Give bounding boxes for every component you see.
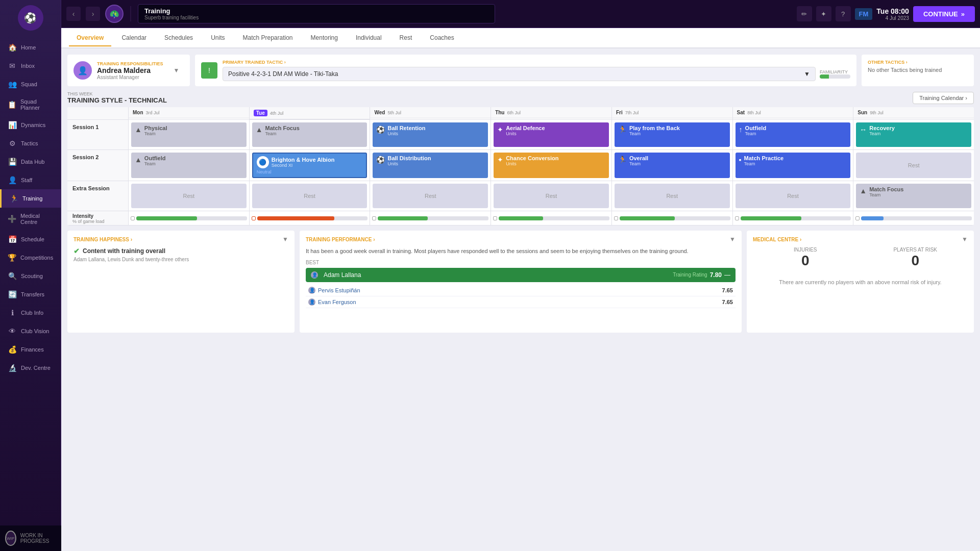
sidebar-item-club-vision[interactable]: 👁 Club Vision: [0, 322, 61, 340]
medical-collapse-icon[interactable]: ▼: [962, 236, 968, 243]
tab-match-preparation[interactable]: Match Preparation: [235, 30, 300, 46]
extra-rest-sat[interactable]: Rest: [736, 184, 851, 208]
sidebar-item-training[interactable]: 🏃 Training: [0, 189, 61, 208]
extra-rest-thu[interactable]: Rest: [494, 184, 609, 208]
session-block-ball-dist[interactable]: ⚽ Ball Distribution Units: [373, 153, 488, 178]
sidebar-item-squad[interactable]: 👥 Squad: [0, 75, 61, 93]
session-block-overall[interactable]: 🏃 Overall Team: [615, 153, 730, 178]
extra-mon[interactable]: Rest: [129, 181, 250, 211]
recovery-icon: ↔: [860, 126, 867, 134]
session2-tue[interactable]: 🔵 Brighton & Hove Albion Second XI Neutr…: [250, 150, 371, 181]
extra-rest-tue[interactable]: Rest: [252, 184, 368, 208]
session1-wed[interactable]: ⚽ Ball Retention Units: [370, 120, 491, 149]
extra-sun[interactable]: ▲ Match Focus Team: [853, 181, 974, 211]
tab-overview[interactable]: Overview: [69, 30, 111, 46]
sidebar-item-staff[interactable]: 👤 Staff: [0, 171, 61, 189]
intensity-fri: [612, 211, 733, 225]
session-block-chance-conv[interactable]: ✦ Chance Conversion Units: [494, 153, 609, 178]
session-block-play-from-back[interactable]: 🏃 Play from the Back Team: [615, 122, 730, 147]
risk-label: PLAYERS AT RISK: [863, 247, 968, 253]
session-block-match-focus[interactable]: ▲ Match Focus Team: [252, 122, 368, 147]
extra-thu[interactable]: Rest: [491, 181, 612, 211]
sidebar-item-transfers[interactable]: 🔄 Transfers: [0, 285, 61, 304]
player-row-2[interactable]: 👤 Evan Ferguson 7.65: [306, 296, 736, 308]
session2-mon[interactable]: ▲ Outfield Team: [129, 150, 250, 181]
performance-collapse-icon[interactable]: ▼: [729, 236, 736, 243]
tab-individual[interactable]: Individual: [348, 30, 389, 46]
day-highlight-tue: Tue: [254, 110, 267, 116]
outfield-mon-icon: ▲: [135, 156, 142, 164]
sidebar-item-dynamics[interactable]: 📊 Dynamics: [0, 116, 61, 134]
session-block-recovery[interactable]: ↔ Recovery Team: [856, 122, 971, 147]
training-calendar-button[interactable]: Training Calendar ›: [913, 92, 974, 104]
session2-wed[interactable]: ⚽ Ball Distribution Units: [370, 150, 491, 181]
top-performer-row[interactable]: 👤 Adam Lallana Training Rating 7.80 —: [306, 268, 736, 282]
sidebar-item-club-info[interactable]: ℹ Club Info: [0, 304, 61, 322]
session-block-physical[interactable]: ▲ Physical Team: [131, 122, 247, 147]
nav-forward-button[interactable]: ›: [86, 7, 100, 21]
medical-title[interactable]: MEDICAL CENTRE ›: [753, 237, 801, 242]
club-badge: 🦚: [105, 5, 124, 23]
player1-info: 👤 Pervis Estupiñán: [308, 287, 360, 294]
happiness-collapse-icon[interactable]: ▼: [282, 236, 288, 243]
session-block-match-focus-sun[interactable]: ▲ Match Focus Team: [856, 184, 971, 208]
player-row-1[interactable]: 👤 Pervis Estupiñán 7.65: [306, 285, 736, 296]
sidebar-item-medical[interactable]: ➕ Medical Centre: [0, 208, 61, 230]
search-bar[interactable]: Training Superb training facilities: [138, 4, 495, 23]
session2-thu[interactable]: ✦ Chance Conversion Units: [491, 150, 612, 181]
tab-schedules[interactable]: Schedules: [157, 30, 201, 46]
tactic-select[interactable]: Positive 4-2-3-1 DM AM Wide - Tiki-Taka …: [223, 67, 816, 81]
help-icon[interactable]: ?: [836, 6, 851, 21]
sidebar-item-dev-centre[interactable]: 🔬 Dev. Centre: [0, 359, 61, 377]
sidebar-item-finances[interactable]: 💰 Finances: [0, 340, 61, 359]
session2-sat[interactable]: ▪ Match Practice Team: [733, 150, 854, 181]
extra-rest-mon[interactable]: Rest: [131, 184, 247, 208]
session2-fri[interactable]: 🏃 Overall Team: [612, 150, 733, 181]
sidebar-item-schedule[interactable]: 📅 Schedule: [0, 230, 61, 248]
nav-back-button[interactable]: ‹: [66, 7, 81, 21]
performance-title[interactable]: TRAINING PERFORMANCE ›: [306, 237, 375, 242]
extra-wed[interactable]: Rest: [370, 181, 491, 211]
session1-tue[interactable]: ▲ Match Focus Team: [250, 120, 371, 149]
other-tactics-label[interactable]: OTHER TACTICS ›: [868, 60, 968, 65]
sidebar-item-data-hub[interactable]: 💾 Data Hub: [0, 153, 61, 171]
session-block-outfield-sat[interactable]: ↑ Outfield Team: [736, 122, 851, 147]
edit-icon[interactable]: ✏: [797, 6, 812, 21]
session-block-ball-retention[interactable]: ⚽ Ball Retention Units: [373, 122, 488, 147]
sidebar-item-competitions[interactable]: 🏆 Competitions: [0, 248, 61, 267]
sidebar-item-tactics[interactable]: ⚙ Tactics: [0, 134, 61, 153]
session1-sat[interactable]: ↑ Outfield Team: [733, 120, 854, 149]
tab-coaches[interactable]: Coaches: [422, 30, 461, 46]
session2-sun[interactable]: Rest: [853, 150, 974, 181]
session1-fri[interactable]: 🏃 Play from the Back Team: [612, 120, 733, 149]
familiarity-fill: [820, 74, 829, 79]
session-block-outfield-mon[interactable]: ▲ Outfield Team: [131, 153, 247, 178]
extra-rest-fri[interactable]: Rest: [615, 184, 730, 208]
session1-mon[interactable]: ▲ Physical Team: [129, 120, 250, 149]
responsibilities-dropdown[interactable]: ▼: [174, 67, 180, 74]
session-block-aerial-defence[interactable]: ✦ Aerial Defence Units: [494, 122, 609, 147]
sidebar-item-squad-planner[interactable]: 📋 Squad Planner: [0, 93, 61, 116]
tab-units[interactable]: Units: [203, 30, 232, 46]
happiness-title[interactable]: TRAINING HAPPINESS ›: [74, 237, 132, 242]
tab-calendar[interactable]: Calendar: [114, 30, 154, 46]
continue-button[interactable]: CONTINUE »: [913, 6, 975, 22]
extra-rest-wed[interactable]: Rest: [373, 184, 488, 208]
tab-rest[interactable]: Rest: [392, 30, 420, 46]
extra-tue[interactable]: Rest: [250, 181, 371, 211]
session-block-match-practice[interactable]: ▪ Match Practice Team: [736, 153, 851, 178]
star-icon[interactable]: ✦: [816, 6, 831, 21]
session1-thu[interactable]: ✦ Aerial Defence Units: [491, 120, 612, 149]
extra-fri[interactable]: Rest: [612, 181, 733, 211]
session-block-brighton-match[interactable]: 🔵 Brighton & Hove Albion Second XI Neutr…: [252, 153, 368, 178]
primary-tactic-label[interactable]: PRIMARY TRAINED TACTIC ›: [223, 60, 850, 65]
sidebar-item-scouting[interactable]: 🔍 Scouting: [0, 267, 61, 285]
session1-sun[interactable]: ↔ Recovery Team: [853, 120, 974, 149]
sidebar-item-inbox[interactable]: ✉ Inbox: [0, 57, 61, 75]
squad-planner-icon: 📋: [8, 101, 16, 109]
sidebar-item-home[interactable]: 🏠 Home: [0, 38, 61, 57]
day-date-thu: 6th Jul: [507, 110, 521, 115]
extra-sat[interactable]: Rest: [733, 181, 854, 211]
tab-mentoring[interactable]: Mentoring: [303, 30, 346, 46]
session-block-rest-sun2[interactable]: Rest: [856, 153, 971, 178]
